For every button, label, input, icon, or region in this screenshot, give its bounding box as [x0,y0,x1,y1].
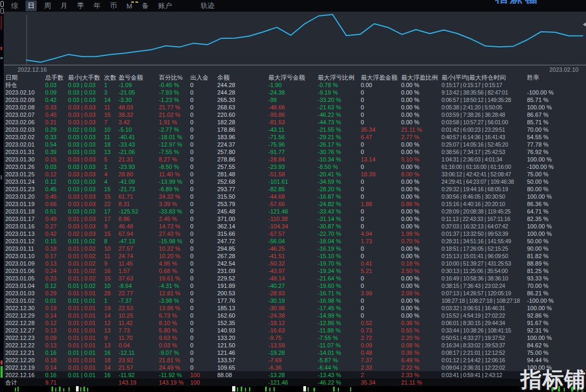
cell-d: 2023.02.09 [4,96,45,104]
cell-lots: 0.03 [45,81,68,89]
table-row[interactable]: 2023.01.110.180.01 | 0.021027.5710.32 %0… [4,245,586,252]
cell-d: 2023.01.20 [4,193,45,200]
cell-n: 9 [104,223,118,230]
cell-mm: 0.01 | 0.01 [68,364,104,371]
table-row[interactable]: 2023.01.090.130.01 | 0.02911.454.95 %024… [4,260,586,267]
cell-lots: 0.13 [45,260,68,267]
cell-cash: 0 [190,133,217,141]
table-row[interactable]: 持仓0.030.03 | 0.031-1.09-0.45 %0244.28-1.… [4,81,586,89]
cell-mf: 2 [361,371,401,379]
cell-pnl: 61.71 [118,193,159,200]
table-row[interactable]: 2023.02.090.420.03 | 0.0314-3.30-1.23 %0… [4,96,586,104]
table-row[interactable]: 2023.01.020.010.01 | 0.011-7.37-3.98 %01… [4,297,586,304]
cell-lots: 0.13 [45,342,68,349]
cell-bal: 152.35 [217,319,268,327]
table-row[interactable]: 2023.01.240.120.03 | 0.034-41.09-13.99 %… [4,178,586,185]
table-row[interactable]: 2023.01.060.240.01 | 0.02161.570.68 %023… [4,267,586,275]
cell-d: 2023.01.06 [4,267,45,275]
table-row[interactable]: 2023.01.250.120.03 | 0.03428.8011.40 %02… [4,171,586,178]
table-row[interactable]: 2023.02.080.330.03 | 0.031148.0321.77 %0… [4,104,586,111]
table-row[interactable]: 2023.02.100.090.03 | 0.033-21.05-7.93 %0… [4,89,586,96]
table-row[interactable]: 2023.02.010.540.03 | 0.0318-33.43-12.97 … [4,141,586,148]
tab-week[interactable]: 周 [42,1,53,11]
table-row[interactable]: 2022.12.190.140.01 | 0.011421.5724.49 %0… [4,364,586,371]
column-header: 余额 [217,74,268,81]
cell-mm: 0.03 | 0.03 [68,96,104,104]
table-row[interactable]: 2022.12.290.140.01 | 0.011410.256.73 %01… [4,312,586,319]
cell-mfp: 2.77 % [401,133,441,141]
cell-pct: -12.97 % [159,141,190,148]
table-row[interactable]: 2022.12.230.090.01 | 0.01911.709.63 %013… [4,334,586,342]
table-row[interactable]: 2023.01.190.660.03 | 0.03228.313.39 %025… [4,200,586,208]
cell-n: 13 [104,342,118,349]
table-row[interactable]: 2023.02.060.210.03 | 0.0373.421.91 %0182… [4,118,586,126]
cell-pct: 0.68 % [159,267,190,275]
table-row[interactable]: 2022.12.160.160.01 | 0.0116-11.92-11.92 … [4,371,586,379]
cell-bal: 162.60 [217,312,268,319]
table-row[interactable]: 2023.01.050.230.01 | 0.021537.6319.61 %0… [4,275,586,282]
cell-pct: 24.32 % [159,193,190,200]
cell-mf: 0 [361,104,401,111]
table-row[interactable]: 2022.12.280.120.01 | 0.011211.428.10 %01… [4,319,586,327]
table-row[interactable]: 2023.02.070.450.03 | 0.031538.3221.02 %0… [4,111,586,118]
cell-lots: 0.23 [45,275,68,282]
table-row[interactable]: 2023.01.310.390.03 | 0.0313-21.06-7.55 %… [4,148,586,156]
table-row[interactable]: 2023.01.130.420.02 | 0.031567.9427.43 %0… [4,230,586,237]
tab-trajectory[interactable]: 轨迹 [199,1,217,11]
cell-t: 0:15:52 | 4:54:19 | 27:02:22 [441,312,527,319]
table-row[interactable]: 2023.01.030.290.01 | 0.012922.7712.81 %0… [4,289,586,297]
cell-mddp: -19.60 % [318,282,361,289]
cell-mdd: -121.46 [268,208,318,215]
cell-pnl: 11.70 [118,334,159,342]
cell-cash: 0 [190,304,217,312]
tab-day[interactable]: 日 [26,1,37,11]
cell-lots: 0.42 [45,96,68,104]
table-row[interactable]: 2023.01.300.150.03 | 0.03521.318.27 %027… [4,156,586,163]
cell-mm: 0.03 | 0.03 [68,133,104,141]
cell-mfp: 2.09 % [401,289,441,297]
table-row[interactable]: 2023.02.020.330.03 | 0.0311-40.41-18.01 … [4,133,586,141]
table-row[interactable]: 2023.01.170.490.01 | 0.03178.862.45 %037… [4,215,586,223]
column-header: 日期 [4,74,45,81]
cell-mddp: -13.43 % [318,371,361,379]
tab-currency[interactable]: 币 [108,1,119,11]
tab-backup[interactable]: 备 [140,1,151,11]
scroll-arrow-icon[interactable] [583,22,586,27]
table-row[interactable]: 2022.12.300.190.01 | 0.011922.5313.86 %0… [4,304,586,312]
tab-account[interactable]: 账户 [156,1,174,11]
table-row[interactable]: 2023.01.230.450.03 | 0.0315-21.73-6.89 %… [4,185,586,193]
cell-mfp: 0.00 % [401,185,441,193]
cell-pct: 21.81 % [159,356,190,364]
table-row[interactable]: 2023.01.120.150.01 | 0.028-47.13-15.98 %… [4,237,586,245]
table-row[interactable]: 2022.12.210.160.01 | 0.0116-12.11-9.07 %… [4,349,586,356]
cell-mm: 0.01 | 0.01 [68,319,104,327]
cell-mfp: 0.00 % [401,304,441,312]
cell-mfp: 0.00 % [401,297,441,304]
table-row[interactable]: 2023.02.030.290.02 | 0.0310-5.10-2.77 %0… [4,126,586,133]
table-row[interactable]: 2023.01.180.510.03 | 0.0317-125.52-33.83… [4,208,586,215]
cell-n: 18 [104,141,118,148]
table-row[interactable]: 2022.12.270.130.01 | 0.01137.735.80 %014… [4,327,586,334]
tab-month[interactable]: 月 [58,1,70,11]
table-row[interactable]: 2022.12.220.130.01 | 0.01130.040.03 %012… [4,342,586,349]
activity-tick [15,388,16,391]
tab-composite[interactable]: 综 [9,1,20,11]
table-row[interactable]: 2023.01.100.170.01 | 0.021124.7410.20 %0… [4,252,586,260]
table-row[interactable]: 2023.01.260.030.03 | 0.031-23.93-8.50 %0… [4,163,586,171]
table-row[interactable]: 2023.01.200.450.03 | 0.031561.7124.32 %0… [4,193,586,200]
table-total-row[interactable]: 合计9.71143.19143.19 %100-121.46-46.22 %35… [4,379,586,386]
tab-m[interactable]: M [124,2,134,11]
cell-lots: 0.27 [45,223,68,230]
cell-t: 108:27:18 | 108:27:18 | 108:27:18 [441,297,527,304]
cell-mfp: 2.33 % [401,371,441,379]
cell-pnl: 10.25 [118,312,159,319]
table-row[interactable]: 2023.01.160.270.03 | 0.03946.4814.72 %03… [4,223,586,230]
table-row[interactable]: 2022.12.200.180.01 | 0.011823.9221.81 %0… [4,356,586,364]
main-panel: 指标铺 综日周月季年币M备账户轨迹 2022.12.16 2023.02.10 … [4,0,586,392]
table-row[interactable]: 2023.01.040.120.01 | 0.0210-8.64-4.31 %0… [4,282,586,289]
tab-quarter[interactable]: 季 [75,1,86,11]
cell-bal: 242.54 [217,260,268,267]
cell-cash: 0 [190,237,217,245]
tab-year[interactable]: 年 [91,1,103,11]
chart-start-date: 2022.12.16 [4,65,47,74]
